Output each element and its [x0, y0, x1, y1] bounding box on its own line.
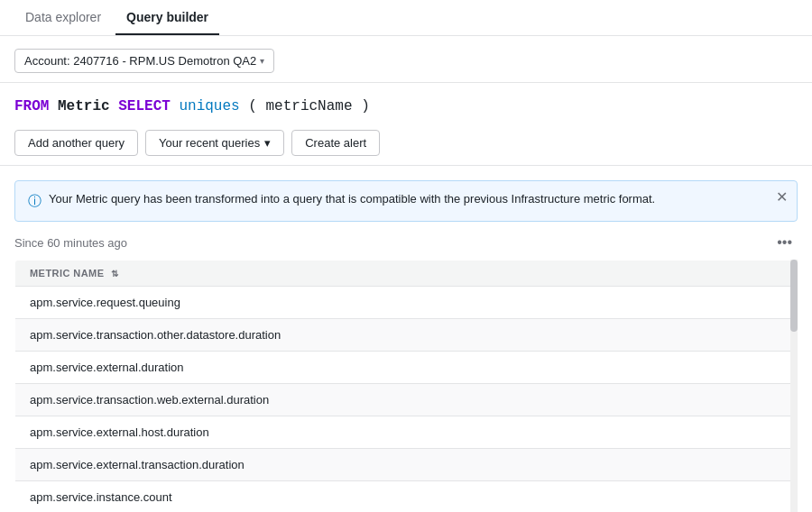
- column-header-metric-name[interactable]: METRIC NAME ⇅: [15, 261, 798, 287]
- create-alert-button[interactable]: Create alert: [291, 130, 380, 156]
- sort-icon: ⇅: [111, 269, 118, 279]
- query-arg: metricName: [266, 98, 353, 114]
- func-name: uniques: [179, 98, 239, 114]
- metric-name-cell: apm.service.external.duration: [15, 352, 798, 384]
- metric-keyword: Metric: [58, 98, 110, 114]
- account-selector[interactable]: Account: 2407716 - RPM.US Demotron QA2 ▾: [14, 49, 274, 73]
- metric-name-cell: apm.service.transaction.web.external.dur…: [15, 384, 798, 416]
- tab-bar: Data explorer Query builder: [0, 0, 812, 36]
- table-row: apm.service.external.transaction.duratio…: [15, 449, 798, 481]
- metric-name-cell: apm.service.request.queuing: [15, 287, 798, 319]
- chevron-down-icon: ▾: [264, 136, 271, 150]
- add-query-button[interactable]: Add another query: [14, 130, 138, 156]
- query-display: FROM Metric SELECT uniques ( metricName …: [14, 96, 798, 117]
- metric-name-cell: apm.service.external.host.duration: [15, 416, 798, 449]
- tab-data-explorer[interactable]: Data explorer: [14, 1, 112, 35]
- chevron-down-icon: ▾: [260, 56, 264, 66]
- info-icon: ⓘ: [28, 193, 42, 210]
- open-paren: (: [248, 98, 257, 114]
- action-buttons: Add another query Your recent queries ▾ …: [14, 130, 798, 156]
- results-header: Since 60 minutes ago •••: [14, 222, 798, 260]
- table-wrapper: METRIC NAME ⇅ apm.service.request.queuin…: [14, 260, 798, 512]
- more-options-button[interactable]: •••: [771, 233, 798, 252]
- metric-name-cell: apm.service.external.transaction.duratio…: [15, 449, 798, 481]
- from-keyword: FROM: [14, 98, 49, 114]
- results-area: Since 60 minutes ago ••• METRIC NAME ⇅ a…: [0, 222, 812, 512]
- results-table: METRIC NAME ⇅ apm.service.request.queuin…: [14, 260, 798, 512]
- info-banner-text: Your Metric query has been transformed i…: [49, 192, 655, 206]
- query-area: FROM Metric SELECT uniques ( metricName …: [0, 83, 812, 166]
- table-row: apm.service.external.duration: [15, 352, 798, 384]
- table-row: apm.service.request.queuing: [15, 287, 798, 319]
- select-keyword: SELECT: [118, 98, 171, 114]
- close-paren: ): [361, 98, 370, 114]
- scrollbar-thumb[interactable]: [790, 260, 798, 332]
- close-icon[interactable]: ✕: [776, 190, 788, 205]
- table-row: apm.service.transaction.other.datastore.…: [15, 319, 798, 352]
- table-row: apm.service.instance.count: [15, 481, 798, 513]
- metric-name-cell: apm.service.instance.count: [15, 481, 798, 513]
- recent-queries-button[interactable]: Your recent queries ▾: [145, 130, 284, 156]
- metric-name-cell: apm.service.transaction.other.datastore.…: [15, 319, 798, 352]
- table-row: apm.service.external.host.duration: [15, 416, 798, 449]
- account-bar: Account: 2407716 - RPM.US Demotron QA2 ▾: [0, 36, 812, 83]
- table-row: apm.service.transaction.web.external.dur…: [15, 384, 798, 416]
- recent-queries-label: Your recent queries: [159, 136, 260, 150]
- info-banner: ⓘ Your Metric query has been transformed…: [14, 180, 798, 222]
- tab-query-builder[interactable]: Query builder: [115, 1, 219, 35]
- scrollbar-track: [790, 260, 798, 512]
- account-selector-label: Account: 2407716 - RPM.US Demotron QA2: [24, 54, 256, 68]
- since-label: Since 60 minutes ago: [14, 236, 127, 250]
